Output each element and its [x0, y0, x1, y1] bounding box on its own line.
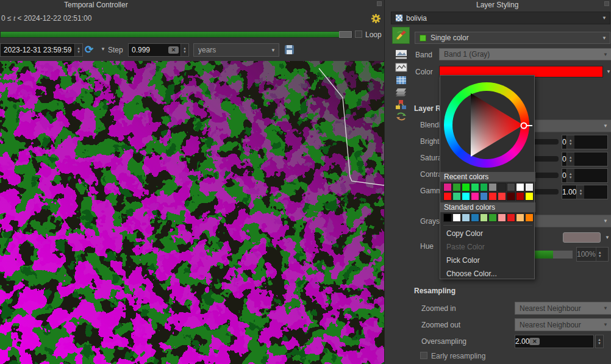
- history-undo-icon: [396, 112, 407, 121]
- color-swatch[interactable]: [443, 192, 452, 201]
- color-swatch[interactable]: [488, 183, 497, 191]
- saturation-value-triangle[interactable]: [440, 76, 535, 173]
- color-swatch[interactable]: [480, 213, 488, 222]
- chevron-down-icon[interactable]: ▼: [98, 46, 109, 52]
- color-swatch[interactable]: [516, 192, 524, 201]
- panel-title: Temporal Controller: [64, 1, 128, 9]
- color-swatch[interactable]: [525, 192, 534, 201]
- oversampling-spinbox[interactable]: 2.00 ✕: [515, 335, 594, 348]
- map-canvas[interactable]: [0, 61, 384, 364]
- chevron-down-icon[interactable]: ▼: [603, 69, 611, 74]
- save-export-icon[interactable]: [284, 45, 295, 55]
- color-swatch[interactable]: [498, 213, 506, 222]
- panel-dock-icon[interactable]: [377, 1, 382, 6]
- color-swatch[interactable]: [462, 213, 470, 222]
- color-swatch[interactable]: [443, 183, 452, 191]
- transparency-icon: [395, 49, 407, 59]
- color-swatch[interactable]: [498, 183, 506, 191]
- zoomed-out-dropdown[interactable]: Nearest Neighbour ▼: [515, 318, 611, 331]
- temporal-slider-fill: [1, 32, 340, 37]
- settings-gear-icon[interactable]: [371, 13, 381, 24]
- zoomed-out-value: Nearest Neighbour: [515, 321, 600, 329]
- recent-colors-row2: [443, 192, 534, 201]
- band-dropdown[interactable]: Band 1 (Gray) ▼: [439, 48, 611, 60]
- panel-title: Layer Styling: [476, 1, 518, 9]
- color-swatch[interactable]: [498, 192, 506, 201]
- hue-label: Hue: [420, 242, 434, 251]
- spin-arrows[interactable]: ▲▼: [74, 44, 82, 56]
- renderer-dropdown[interactable]: Single color ▼: [415, 32, 610, 44]
- chevron-down-icon: ▼: [600, 52, 611, 57]
- spin-arrows[interactable]: ▲▼: [566, 135, 574, 149]
- zoomed-in-dropdown[interactable]: Nearest Neighbour ▼: [515, 302, 611, 315]
- color-swatch[interactable]: [443, 213, 452, 222]
- menu-item-pick-color[interactable]: Pick Color: [440, 254, 535, 267]
- raster-layer-icon: [396, 15, 402, 21]
- color-swatch[interactable]: [462, 192, 470, 201]
- resampling-heading: Resampling: [414, 287, 456, 295]
- color-swatch[interactable]: [480, 192, 488, 201]
- zoomed-in-value: Nearest Neighbour: [515, 304, 600, 313]
- menu-item-choose-color[interactable]: Choose Color...: [440, 267, 535, 280]
- loop-checkbox[interactable]: [355, 30, 362, 38]
- oversampling-label: Oversampling: [421, 337, 466, 346]
- time-unit-dropdown[interactable]: years ▼: [193, 43, 279, 57]
- zoomed-in-label: Zoomed in: [421, 304, 456, 313]
- color-swatch[interactable]: [452, 213, 461, 222]
- spin-arrows[interactable]: ▲▼: [566, 152, 574, 166]
- spin-arrows[interactable]: ▲▼: [180, 44, 188, 56]
- colorize-color-button[interactable]: [563, 232, 601, 243]
- spin-arrows[interactable]: ▲▼: [596, 248, 604, 261]
- color-swatch[interactable]: [507, 183, 515, 191]
- color-swatch[interactable]: [507, 192, 515, 201]
- panel-dock-icon[interactable]: [604, 1, 609, 6]
- color-swatch[interactable]: [525, 213, 534, 222]
- chevron-down-icon: ▼: [600, 322, 611, 327]
- color-swatch[interactable]: [488, 213, 497, 222]
- clear-input-icon[interactable]: ✕: [168, 46, 179, 54]
- step-spinbox[interactable]: 0.999 ✕ ▲▼: [128, 43, 189, 57]
- color-swatch[interactable]: [516, 183, 524, 191]
- temporal-slider-track[interactable]: [0, 31, 352, 38]
- color-swatch[interactable]: [525, 183, 534, 191]
- hue-selector-marker[interactable]: [521, 123, 533, 129]
- styling-tabstrip: [392, 26, 410, 123]
- spin-arrows[interactable]: ▲▼: [566, 169, 574, 182]
- chevron-down-icon: ▼: [599, 15, 610, 21]
- early-resampling-checkbox[interactable]: [420, 352, 427, 359]
- contrast-spinbox[interactable]: 0 ▲▼: [562, 168, 608, 183]
- color-swatch[interactable]: [471, 183, 479, 191]
- loop-label: Loop: [365, 30, 382, 39]
- renderer-value: Single color: [426, 34, 599, 42]
- color-swatch[interactable]: [507, 213, 515, 222]
- spin-arrows[interactable]: ▲▼: [595, 335, 604, 348]
- chevron-down-icon[interactable]: ▼: [602, 235, 611, 240]
- chevron-down-icon: ▼: [600, 305, 611, 311]
- strength-spinbox[interactable]: 100% ▲▼: [576, 247, 609, 262]
- color-swatch[interactable]: [471, 213, 479, 222]
- refresh-icon[interactable]: ⟳: [85, 43, 93, 56]
- layer-selector-dropdown[interactable]: bolivia ▼: [391, 12, 610, 24]
- menu-item-copy-color[interactable]: Copy Color: [440, 227, 535, 240]
- tab-history[interactable]: [392, 109, 410, 124]
- color-swatch[interactable]: [452, 183, 461, 191]
- brightness-spinbox[interactable]: 0 ▲▼: [562, 135, 608, 149]
- color-swatch[interactable]: [452, 192, 461, 201]
- datetime-spinbox[interactable]: 2023-12-31 23:59:59 ▲▼: [0, 43, 83, 57]
- color-swatch[interactable]: [488, 192, 497, 201]
- color-swatch[interactable]: [516, 213, 524, 222]
- clear-input-icon[interactable]: ✕: [529, 338, 540, 345]
- color-swatch[interactable]: [480, 183, 488, 191]
- standard-colors-header: Standard colors: [440, 202, 535, 212]
- color-swatch[interactable]: [471, 192, 479, 201]
- diagram-icon: [395, 99, 407, 110]
- spin-arrows[interactable]: ▲▼: [576, 185, 584, 199]
- saturation-spinbox[interactable]: 0 ▲▼: [562, 152, 608, 166]
- histogram-icon: [395, 63, 407, 72]
- color-swatch[interactable]: [462, 183, 470, 191]
- tab-symbology[interactable]: [392, 27, 410, 44]
- gamma-spinbox[interactable]: 1.00 ▲▼: [562, 185, 608, 199]
- temporal-range-text: 0 ≤ t < 2024-12-22 02:51:00: [1, 14, 91, 23]
- temporal-slider-handle[interactable]: [339, 31, 352, 38]
- chevron-down-icon: ▼: [600, 218, 611, 224]
